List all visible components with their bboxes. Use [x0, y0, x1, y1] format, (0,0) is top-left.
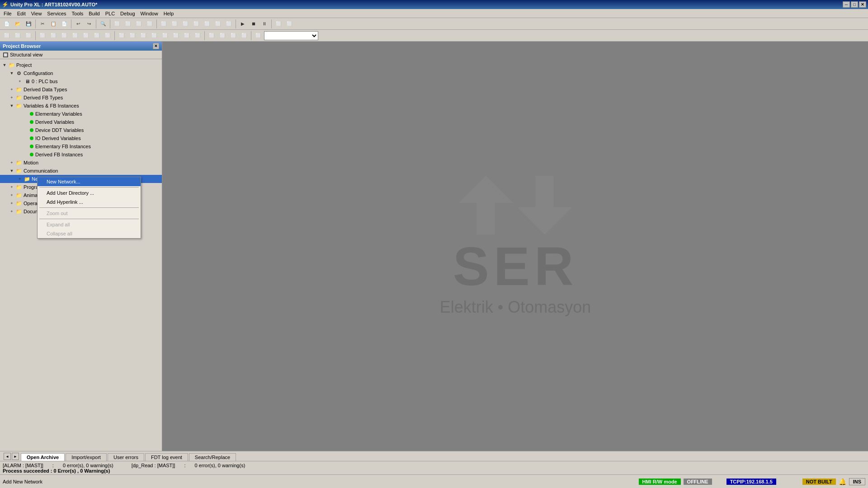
menu-item-help[interactable]: Help	[161, 10, 177, 17]
toolbar2-btn-5[interactable]: ⬜	[48, 31, 58, 41]
toolbar1-btn-28[interactable]: ⏸	[259, 19, 269, 29]
toolbar2-btn-12[interactable]: ⬜	[117, 31, 127, 41]
toolbar1-btn-18[interactable]: ⬜	[159, 19, 169, 29]
tree-derived-data-types[interactable]: + 📁 Derived Data Types	[0, 85, 162, 94]
bottom-tab-open-archive[interactable]: Open Archive	[21, 453, 65, 461]
toolbar1-btn-21[interactable]: ⬜	[191, 19, 201, 29]
toolbar1-btn-22[interactable]: ⬜	[202, 19, 212, 29]
tree-communication[interactable]: ▼ 📁 Communication	[0, 167, 162, 175]
menu-item-window[interactable]: Window	[138, 10, 161, 17]
tree-expand-project[interactable]: ▼	[1, 61, 8, 69]
tree-expand-programs[interactable]: +	[8, 183, 15, 191]
ctx-collapse-all[interactable]: Collapse all	[38, 229, 141, 238]
tree-expand-dfbt[interactable]: +	[8, 94, 15, 101]
menu-item-plc[interactable]: PLC	[103, 10, 118, 17]
toolbar2-btn-2[interactable]: ⬜	[24, 31, 33, 41]
tree-derived-vars[interactable]: Derived Variables	[0, 118, 162, 126]
tree-expand-varfb[interactable]: ▼	[8, 102, 15, 109]
toolbar2-btn-24[interactable]: ⬜	[239, 31, 249, 41]
toolbar1-btn-6[interactable]: 📄	[59, 19, 69, 29]
tree-expand-comm[interactable]: ▼	[8, 167, 15, 174]
menu-item-view[interactable]: View	[28, 10, 45, 17]
tree-expand-networks[interactable]: +	[16, 175, 24, 183]
close-button[interactable]: ✕	[859, 1, 866, 8]
toolbar1-btn-11[interactable]: 🔍	[98, 19, 108, 29]
bottom-tab-user-errors[interactable]: User errors	[108, 453, 144, 461]
toolbar2-btn-17[interactable]: ⬜	[171, 31, 181, 41]
ctx-add-user-dir[interactable]: Add User Directory ...	[38, 188, 141, 197]
tree-project[interactable]: ▼ 📁 Project	[0, 61, 162, 69]
toolbar2-btn-8[interactable]: ⬜	[81, 31, 91, 41]
toolbar2-btn-15[interactable]: ⬜	[149, 31, 159, 41]
tree-container[interactable]: ▼ 📁 Project ▼ ⚙ Configuration + 🖥 0 : PL…	[0, 59, 162, 451]
toolbar1-btn-8[interactable]: ↩	[73, 19, 83, 29]
ctx-zoom-out[interactable]: Zoom out	[38, 209, 141, 218]
toolbar2-btn-10[interactable]: ⬜	[103, 31, 113, 41]
tree-expand-configuration[interactable]: ▼	[8, 70, 15, 77]
toolbar1-btn-9[interactable]: ↪	[84, 19, 94, 29]
ctx-expand-all[interactable]: Expand all	[38, 220, 141, 229]
menu-item-debug[interactable]: Debug	[118, 10, 137, 17]
toolbar2-btn-16[interactable]: ⬜	[160, 31, 170, 41]
toolbar1-btn-30[interactable]: ⬜	[274, 19, 283, 29]
toolbar2-btn-18[interactable]: ⬜	[182, 31, 192, 41]
ctx-new-network[interactable]: New Network...	[38, 177, 141, 186]
toolbar1-btn-24[interactable]: ⬜	[224, 19, 234, 29]
tab-scroll-right[interactable]: ►	[12, 453, 19, 460]
menu-item-services[interactable]: Services	[44, 10, 69, 17]
toolbar2-btn-7[interactable]: ⬜	[70, 31, 80, 41]
tree-variables-fb[interactable]: ▼ 📁 Variables & FB Instances	[0, 102, 162, 110]
bottom-tab-fdt-log-event[interactable]: FDT log event	[145, 453, 188, 461]
tree-expand-documentation[interactable]: +	[8, 208, 15, 215]
minimize-button[interactable]: ─	[843, 1, 850, 8]
tree-device-ddt-vars[interactable]: Device DDT Variables	[0, 126, 162, 134]
tree-expand-operator[interactable]: +	[8, 200, 15, 207]
toolbar2-btn-9[interactable]: ⬜	[92, 31, 102, 41]
toolbar1-btn-26[interactable]: ▶	[238, 19, 248, 29]
toolbar1-btn-14[interactable]: ⬜	[123, 19, 133, 29]
tree-elem-fb-inst[interactable]: Elementary FB Instances	[0, 142, 162, 150]
toolbar1-btn-16[interactable]: ⬜	[145, 19, 155, 29]
toolbar1-btn-19[interactable]: ⬜	[170, 19, 179, 29]
toolbar1-btn-15[interactable]: ⬜	[134, 19, 144, 29]
bottom-tab-import-export[interactable]: Import/export	[66, 453, 107, 461]
toolbar1-btn-5[interactable]: 📋	[48, 19, 58, 29]
toolbar1-btn-20[interactable]: ⬜	[180, 19, 190, 29]
tree-configuration[interactable]: ▼ ⚙ Configuration	[0, 69, 162, 77]
toolbar2-combo[interactable]	[264, 31, 318, 40]
toolbar2-btn-0[interactable]: ⬜	[2, 31, 12, 41]
menu-item-tools[interactable]: Tools	[69, 10, 86, 17]
ctx-add-hyperlink[interactable]: Add Hyperlink ...	[38, 197, 141, 206]
toolbar2-btn-21[interactable]: ⬜	[207, 31, 217, 41]
toolbar1-btn-2[interactable]: 💾	[24, 19, 33, 29]
maximize-button[interactable]: □	[851, 1, 858, 8]
toolbar2-btn-19[interactable]: ⬜	[193, 31, 203, 41]
toolbar2-btn-23[interactable]: ⬜	[228, 31, 238, 41]
tree-derived-fb-inst[interactable]: Derived FB Instances	[0, 150, 162, 159]
toolbar1-btn-13[interactable]: ⬜	[112, 19, 122, 29]
toolbar1-btn-1[interactable]: 📂	[13, 19, 23, 29]
tree-elem-vars[interactable]: Elementary Variables	[0, 110, 162, 118]
tree-expand-plcbus[interactable]: +	[16, 78, 24, 85]
toolbar1-btn-4[interactable]: ✂	[38, 19, 47, 29]
tree-derived-fb-types[interactable]: + 📁 Derived FB Types	[0, 94, 162, 102]
toolbar2-btn-26[interactable]: ⬜	[253, 31, 263, 41]
toolbar1-btn-23[interactable]: ⬜	[213, 19, 223, 29]
menu-item-build[interactable]: Build	[86, 10, 102, 17]
tab-scroll-left[interactable]: ◄	[4, 453, 11, 460]
project-browser-close[interactable]: ✕	[153, 43, 159, 49]
menu-item-edit[interactable]: Edit	[14, 10, 28, 17]
toolbar1-btn-0[interactable]: 📄	[2, 19, 12, 29]
menu-item-file[interactable]: File	[1, 10, 14, 17]
toolbar2-btn-4[interactable]: ⬜	[38, 31, 47, 41]
bottom-tab-search-replace[interactable]: Search/Replace	[189, 453, 236, 461]
toolbar2-btn-6[interactable]: ⬜	[59, 31, 69, 41]
tree-expand-motion[interactable]: +	[8, 159, 15, 166]
toolbar1-btn-27[interactable]: ⏹	[249, 19, 259, 29]
tree-motion[interactable]: + 📁 Motion	[0, 159, 162, 167]
tree-plcbus[interactable]: + 🖥 0 : PLC bus	[0, 77, 162, 85]
toolbar2-btn-1[interactable]: ⬜	[13, 31, 23, 41]
tree-expand-animation[interactable]: +	[8, 192, 15, 199]
toolbar2-btn-14[interactable]: ⬜	[138, 31, 148, 41]
toolbar1-btn-31[interactable]: ⬜	[284, 19, 294, 29]
